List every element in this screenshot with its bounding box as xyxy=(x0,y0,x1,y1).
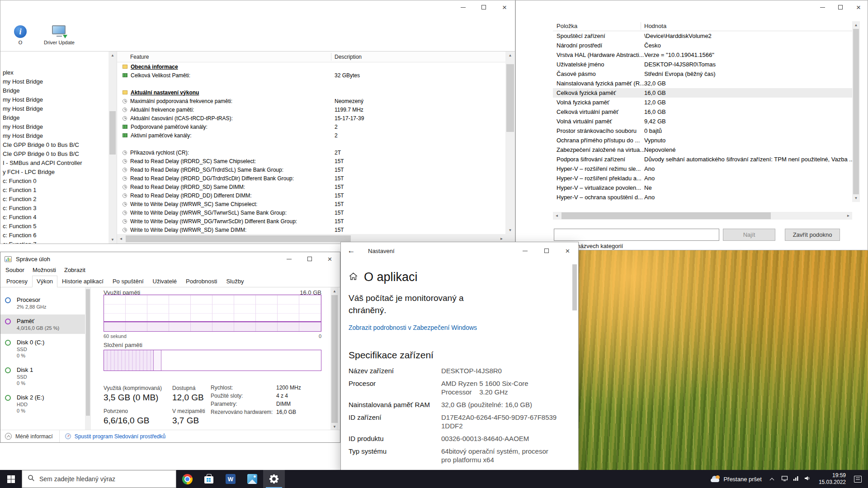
feature-row[interactable]: Write to Write Delay (tWRWR_SC) Same Chi… xyxy=(117,200,505,208)
feature-row[interactable]: Read to Read Delay (tRDRD_DD) Different … xyxy=(117,191,505,200)
settings-scrollbar[interactable] xyxy=(572,264,577,310)
performance-sidebar-item[interactable]: Procesor 2% 2,88 GHz xyxy=(0,293,85,313)
system-info-row[interactable]: Podpora šifrování zařízení Důvody selhán… xyxy=(553,155,852,164)
scroll-left-arrow[interactable]: ◄ xyxy=(117,234,125,244)
feature-row[interactable]: Read to Read Delay (tRDRD_SG/TrdrdScL) S… xyxy=(117,165,505,174)
scroll-thumb[interactable] xyxy=(109,111,116,155)
find-button[interactable]: Najít xyxy=(723,229,775,241)
taskbar-chrome-button[interactable] xyxy=(176,470,198,488)
feature-row[interactable]: Write to Write Delay (tWRWR_SD) Same DIM… xyxy=(117,225,505,234)
description-column-header[interactable]: Description xyxy=(335,54,362,60)
tab[interactable]: Podrobnosti xyxy=(181,276,222,287)
taskbar-clock[interactable]: 19:59 15.03.2022 xyxy=(814,470,850,488)
scroll-up-arrow[interactable]: ▲ xyxy=(108,52,117,59)
table-vertical-scrollbar[interactable]: ▲ ▼ xyxy=(505,52,515,234)
device-tree-item[interactable]: c: Function 6 xyxy=(3,231,107,240)
feature-row[interactable] xyxy=(117,80,505,88)
feature-row[interactable]: Write to Write Delay (tWRWR_SG/TwrwrScL)… xyxy=(117,208,505,217)
feature-column-header[interactable]: Feature xyxy=(130,54,149,60)
value-column-header[interactable]: Hodnota xyxy=(644,23,666,29)
open-resource-monitor-link[interactable]: Spustit program Sledování prostředků xyxy=(60,433,171,440)
device-tree-item[interactable]: c: Function 4 xyxy=(3,213,107,222)
system-info-row[interactable]: Uživatelské jméno DESKTOP-I4JS8R0\Tomas xyxy=(553,60,852,69)
feature-row[interactable]: Celková Velikost Paměti: 32 GBytes xyxy=(117,71,505,80)
performance-sidebar-item[interactable]: Disk 0 (C:) SSD 0 % xyxy=(0,336,85,361)
feature-row[interactable]: Aktuální časování (tCAS-tRCD-tRP-tRAS): … xyxy=(117,114,505,122)
windows-security-link[interactable]: Zobrazit podrobnosti v Zabezpečení Windo… xyxy=(349,324,578,332)
device-tree-item[interactable]: my Host Bridge xyxy=(3,104,107,113)
system-info-row[interactable]: Hyper-V – virtualizace povolen... Ne xyxy=(553,183,852,192)
weather-widget[interactable]: Přestane pršet xyxy=(706,470,766,488)
tab[interactable]: Historie aplikací xyxy=(57,276,108,287)
scroll-right-arrow[interactable]: ► xyxy=(844,212,852,220)
device-tree-item[interactable]: y FCH - LPC Bridge xyxy=(3,168,107,177)
close-button[interactable]: × xyxy=(849,0,868,14)
device-tree-item[interactable]: c: Function 3 xyxy=(3,204,107,213)
close-find-button[interactable]: Zavřít podokno xyxy=(785,229,840,241)
device-tree-item[interactable]: my Host Bridge xyxy=(3,95,107,104)
tree-scrollbar[interactable]: ▲ ▼ xyxy=(108,52,117,244)
start-button[interactable] xyxy=(0,470,22,488)
driver-update-button[interactable]: Driver Update xyxy=(41,21,77,50)
device-tree-item[interactable]: my Host Bridge xyxy=(3,131,107,141)
scroll-thumb[interactable] xyxy=(331,295,338,423)
network-icon[interactable] xyxy=(793,475,799,483)
device-tree-item[interactable]: my Host Bridge xyxy=(3,77,107,86)
maximize-button[interactable] xyxy=(299,252,320,266)
device-tree-item[interactable]: c: Function 7 xyxy=(3,240,107,244)
feature-row[interactable]: Podporované paměťové kanály: 2 xyxy=(117,122,505,131)
horizontal-scrollbar[interactable]: ◄ ► xyxy=(553,212,852,220)
feature-row[interactable]: Aktuální frekvence paměti: 1199.7 MHz xyxy=(117,105,505,114)
volume-icon[interactable] xyxy=(804,475,811,483)
tray-monitor-icon[interactable] xyxy=(781,475,788,483)
feature-row[interactable] xyxy=(117,140,505,148)
performance-sidebar-item[interactable]: Paměť 4,0/16,0 GB (25 %) xyxy=(0,314,85,334)
hidden-icons-button[interactable] xyxy=(766,470,778,488)
scroll-down-arrow[interactable]: ▼ xyxy=(108,236,117,244)
taskbar-photos-button[interactable] xyxy=(241,470,263,488)
system-info-row[interactable]: Hyper-V – rozšíření překladu a... Ano xyxy=(553,174,852,183)
scroll-down-arrow[interactable]: ▼ xyxy=(852,194,860,202)
system-info-row[interactable]: Hyper-V – rozšíření režimu sle... Ano xyxy=(553,164,852,174)
scroll-thumb[interactable] xyxy=(86,289,90,416)
performance-sidebar-item[interactable]: Disk 1 SSD 0 % xyxy=(0,363,85,389)
close-button[interactable]: × xyxy=(320,252,340,266)
minimize-button[interactable] xyxy=(453,0,473,14)
back-button[interactable]: ← xyxy=(341,242,362,259)
vertical-scrollbar[interactable]: ▲ ▼ xyxy=(852,21,860,202)
device-tree-item[interactable]: I - SMBus and ACPI Controller xyxy=(3,159,107,168)
main-scrollbar[interactable]: ▲ ▼ xyxy=(330,287,339,431)
feature-row[interactable]: Obecná informace xyxy=(117,62,505,71)
taskbar-settings-button[interactable] xyxy=(263,470,285,488)
scroll-thumb[interactable] xyxy=(853,29,859,194)
feature-row[interactable]: Read to Read Delay (tRDRD_SC) Same Chips… xyxy=(117,157,505,165)
scroll-up-arrow[interactable]: ▲ xyxy=(505,52,515,59)
item-column-header[interactable]: Položka xyxy=(557,23,577,29)
menu-item[interactable]: Zobrazit xyxy=(60,266,90,275)
about-button[interactable]: i O xyxy=(2,21,38,50)
system-info-row[interactable]: Časové pásmo Střední Evropa (běžný čas) xyxy=(553,69,852,79)
system-info-row[interactable]: Prostor stránkovacího souboru 0 bajtů xyxy=(553,126,852,136)
device-tree-item[interactable]: c: Function 5 xyxy=(3,222,107,231)
scroll-thumb[interactable] xyxy=(126,235,351,242)
close-button[interactable]: × xyxy=(557,242,578,259)
tab[interactable]: Po spuštění xyxy=(108,276,148,287)
maximize-button[interactable] xyxy=(473,0,494,14)
taskbar-word-button[interactable] xyxy=(220,470,241,488)
system-info-row[interactable]: Hyper-V – ochrana spouštění d... Ano xyxy=(553,192,852,202)
device-tree-item[interactable]: plex xyxy=(3,68,107,77)
menu-item[interactable]: Možnosti xyxy=(28,266,60,275)
feature-row[interactable]: Read to Read Delay (tRDRD_DG/TrdrdScDlr)… xyxy=(117,174,505,183)
tab[interactable]: Služby xyxy=(222,276,248,287)
scroll-up-arrow[interactable]: ▲ xyxy=(330,287,339,295)
device-tree-item[interactable]: c: Function 2 xyxy=(3,195,107,204)
maximize-button[interactable] xyxy=(536,242,557,259)
close-button[interactable]: × xyxy=(494,0,515,14)
search-input[interactable] xyxy=(39,475,161,483)
device-tree-item[interactable]: CIe GPP Bridge 0 to Bus B/C xyxy=(3,141,107,150)
tab[interactable]: Výkon xyxy=(32,276,57,287)
scroll-up-arrow[interactable]: ▲ xyxy=(852,21,860,29)
scroll-left-arrow[interactable]: ◄ xyxy=(553,212,561,220)
device-tree-item[interactable]: Bridge xyxy=(3,113,107,122)
taskbar-store-button[interactable] xyxy=(198,470,220,488)
